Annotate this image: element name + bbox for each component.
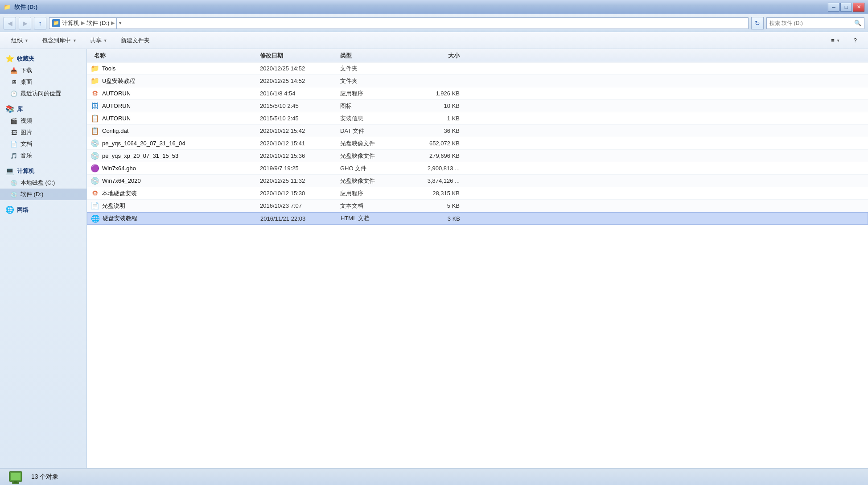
- search-icon[interactable]: 🔍: [854, 20, 861, 26]
- file-date: 2020/10/12 15:42: [260, 127, 340, 134]
- file-name: 光盘说明: [102, 202, 260, 210]
- file-type: 光盘映像文件: [340, 177, 407, 185]
- share-button[interactable]: 共享 ▼: [84, 34, 113, 47]
- table-row[interactable]: 📁 Tools 2020/12/25 14:52 文件夹: [87, 62, 868, 75]
- documents-icon: 📄: [10, 140, 18, 148]
- column-name[interactable]: 名称: [91, 52, 260, 60]
- file-icon: ⚙: [91, 189, 99, 198]
- file-type: GHO 文件: [340, 164, 407, 173]
- table-row[interactable]: 💿 pe_yqs_1064_20_07_31_16_04 2020/10/12 …: [87, 137, 868, 150]
- sidebar-item-recent[interactable]: 🕐 最近访问的位置: [0, 88, 86, 99]
- file-date: 2020/12/25 14:52: [260, 65, 340, 72]
- file-icon: 🌐: [91, 214, 100, 223]
- sidebar-header-network[interactable]: 🌐 网络: [0, 204, 86, 216]
- sidebar-item-downloads[interactable]: 📥 下载: [0, 65, 86, 76]
- newfolder-button[interactable]: 新建文件夹: [115, 34, 156, 47]
- table-row[interactable]: 💿 Win7x64_2020 2020/12/25 11:32 光盘映像文件 3…: [87, 175, 868, 187]
- file-type: 安装信息: [340, 115, 407, 123]
- sidebar-header-computer[interactable]: 💻 计算机: [0, 165, 86, 177]
- file-rows-container: 📁 Tools 2020/12/25 14:52 文件夹 📁 U盘安装教程 20…: [87, 62, 868, 225]
- maximize-button[interactable]: □: [840, 3, 852, 12]
- file-name: AUTORUN: [102, 90, 260, 97]
- file-name: pe_yqs_xp_20_07_31_15_53: [102, 152, 260, 159]
- sidebar-item-d-drive[interactable]: 💿 软件 (D:): [0, 189, 86, 200]
- refresh-button[interactable]: ↻: [751, 17, 764, 29]
- help-button[interactable]: ?: [848, 34, 863, 47]
- file-name: 本地硬盘安装: [102, 189, 260, 197]
- search-input[interactable]: [769, 20, 852, 26]
- sidebar-item-video[interactable]: 🎬 视频: [0, 115, 86, 127]
- table-row[interactable]: ⚙ AUTORUN 2016/1/8 4:54 应用程序 1,926 KB: [87, 87, 868, 100]
- network-icon: 🌐: [5, 206, 14, 214]
- toolbar: 组织 ▼ 包含到库中 ▼ 共享 ▼ 新建文件夹 ≡ ▼ ?: [0, 32, 868, 49]
- status-icon: [7, 469, 24, 485]
- organize-dropdown-icon: ▼: [25, 38, 29, 43]
- file-icon: 💿: [91, 152, 99, 160]
- file-type: 应用程序: [340, 189, 407, 197]
- table-row[interactable]: ⚙ 本地硬盘安装 2020/10/12 15:30 应用程序 28,315 KB: [87, 187, 868, 200]
- table-row[interactable]: 📁 U盘安装教程 2020/12/25 14:52 文件夹: [87, 75, 868, 87]
- file-name: Win7x64_2020: [102, 177, 260, 184]
- filelist-header: 名称 修改日期 类型 大小: [87, 49, 868, 62]
- close-button[interactable]: ✕: [853, 3, 864, 12]
- file-icon: 🖼: [91, 102, 99, 111]
- sidebar-section-computer: 💻 计算机 💿 本地磁盘 (C:) 💿 软件 (D:): [0, 165, 86, 200]
- file-icon: 🟣: [91, 164, 99, 173]
- table-row[interactable]: 💿 pe_yqs_xp_20_07_31_15_53 2020/10/12 15…: [87, 150, 868, 162]
- table-row[interactable]: 📄 光盘说明 2016/10/23 7:07 文本文档 5 KB: [87, 200, 868, 212]
- column-date[interactable]: 修改日期: [260, 52, 340, 60]
- forward-button[interactable]: ▶: [19, 17, 31, 29]
- sidebar-header-library[interactable]: 📚 库: [0, 103, 86, 115]
- minimize-button[interactable]: ─: [828, 3, 839, 12]
- table-row[interactable]: 📋 AUTORUN 2015/5/10 2:45 安装信息 1 KB: [87, 112, 868, 125]
- sidebar-section-network: 🌐 网络: [0, 204, 86, 216]
- sidebar-header-favorites[interactable]: ⭐ 收藏夹: [0, 53, 86, 65]
- organize-button[interactable]: 组织 ▼: [5, 34, 34, 47]
- file-icon: 📁: [91, 77, 99, 86]
- computer-icon: 💻: [5, 167, 14, 175]
- back-button[interactable]: ◀: [4, 17, 16, 29]
- file-icon: 📋: [91, 127, 99, 136]
- sidebar-item-pictures[interactable]: 🖼 图片: [0, 127, 86, 138]
- file-size: 1 KB: [407, 115, 465, 122]
- file-type: 文件夹: [340, 77, 407, 85]
- address-dropdown[interactable]: ▼: [116, 17, 123, 29]
- table-row[interactable]: 🟣 Win7x64.gho 2019/9/7 19:25 GHO 文件 2,90…: [87, 162, 868, 175]
- file-name: Tools: [102, 65, 260, 72]
- help-icon: ?: [854, 37, 857, 44]
- sidebar-item-desktop[interactable]: 🖥 桌面: [0, 76, 86, 88]
- table-row[interactable]: 🖼 AUTORUN 2015/5/10 2:45 图标 10 KB: [87, 100, 868, 112]
- downloads-icon: 📥: [10, 66, 18, 74]
- address-text: 计算机 ▶ 软件 (D:) ▶: [62, 19, 115, 27]
- sidebar-item-documents[interactable]: 📄 文档: [0, 138, 86, 150]
- svg-rect-1: [11, 473, 21, 480]
- view-button[interactable]: ≡ ▼: [825, 34, 846, 47]
- address-icon: 📁: [52, 19, 60, 27]
- column-size[interactable]: 大小: [407, 52, 465, 60]
- pictures-icon: 🖼: [10, 128, 18, 136]
- status-count: 13 个对象: [31, 473, 58, 481]
- file-date: 2020/10/12 15:30: [260, 190, 340, 197]
- file-icon: 💿: [91, 177, 99, 185]
- file-size: 2,900,813 ...: [407, 165, 465, 172]
- address-bar[interactable]: 📁 计算机 ▶ 软件 (D:) ▶ ▼: [49, 17, 749, 29]
- search-bar[interactable]: 🔍: [766, 17, 864, 29]
- file-date: 2015/5/10 2:45: [260, 115, 340, 122]
- table-row[interactable]: 📋 Config.dat 2020/10/12 15:42 DAT 文件 36 …: [87, 125, 868, 137]
- column-type[interactable]: 类型: [340, 52, 407, 60]
- file-name: U盘安装教程: [102, 77, 260, 85]
- file-type: 文本文档: [340, 202, 407, 210]
- table-row[interactable]: 🌐 硬盘安装教程 2016/11/21 22:03 HTML 文档 3 KB: [87, 212, 868, 225]
- favorites-icon: ⭐: [5, 54, 14, 63]
- view-icon: ≡: [831, 37, 835, 44]
- file-size: 3 KB: [407, 215, 465, 222]
- sidebar-item-music[interactable]: 🎵 音乐: [0, 150, 86, 161]
- video-icon: 🎬: [10, 117, 18, 125]
- sidebar-item-c-drive[interactable]: 💿 本地磁盘 (C:): [0, 177, 86, 189]
- up-button[interactable]: ↑: [34, 17, 46, 29]
- file-type: 光盘映像文件: [340, 152, 407, 160]
- library-dropdown-icon: ▼: [73, 38, 77, 43]
- library-button[interactable]: 包含到库中 ▼: [36, 34, 82, 47]
- file-type: HTML 文档: [341, 214, 407, 222]
- svg-rect-3: [12, 482, 19, 484]
